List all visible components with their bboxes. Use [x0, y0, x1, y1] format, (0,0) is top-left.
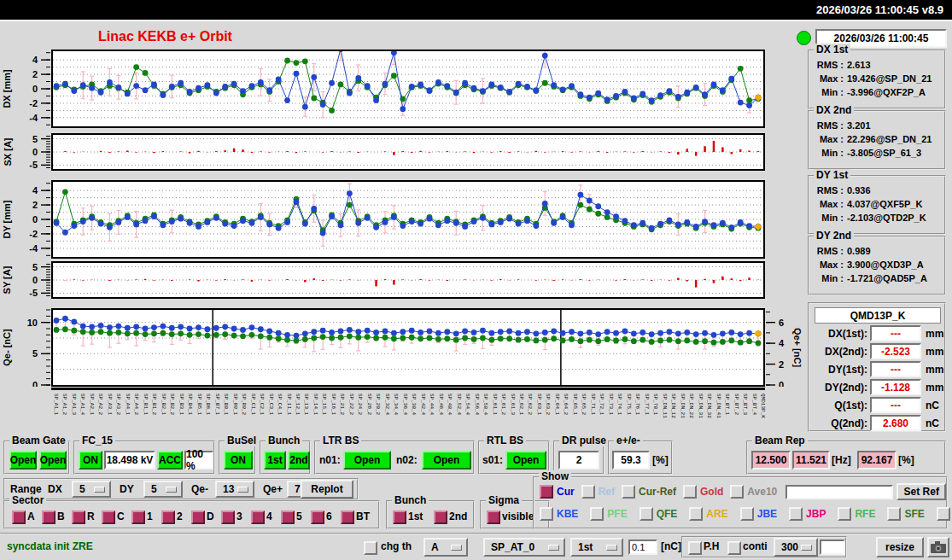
bunch-select[interactable]: 1st — [570, 538, 623, 557]
show-checkbox-gold[interactable] — [683, 485, 697, 499]
show-group: ShowCurRefCur-RefGoldAve10Set RefKBEPFEQ… — [533, 476, 948, 529]
fc15-acc-button[interactable]: ACC — [157, 451, 183, 470]
bpm-label: SP_46_4 — [438, 394, 443, 415]
threshold-input[interactable] — [628, 540, 657, 555]
bpm-label: SP_DN_12 — [670, 394, 675, 418]
show-checkbox-cur-ref[interactable] — [622, 485, 635, 499]
ph-checkbox[interactable] — [688, 541, 702, 555]
bunch-checkbox-2nd[interactable] — [434, 510, 447, 524]
sector-checkbox-BT[interactable] — [341, 510, 354, 524]
sector-label-A: A — [27, 510, 35, 522]
busel-on-button[interactable]: ON — [224, 451, 253, 470]
stat-value: 4.037@QXF5P_K — [847, 199, 922, 209]
beam-rep-value-2: 11.521 — [792, 451, 830, 470]
bunch-checkbox-1st[interactable] — [393, 510, 406, 524]
show-checkbox-jbe[interactable] — [740, 507, 754, 521]
bpm-label: SP_B6_1 — [205, 394, 210, 415]
replot-button[interactable]: Replot — [301, 480, 353, 499]
stat-row: Max :3.900@QXD3P_A — [813, 260, 941, 270]
range-value: 7 — [295, 483, 301, 495]
stat-label: RMS : — [813, 60, 844, 70]
stat-value: 2.613 — [847, 60, 871, 70]
show-checkbox-pfe[interactable] — [590, 507, 604, 521]
bpm-label: SP_48_4 — [447, 394, 452, 415]
show-checkbox-ref[interactable] — [581, 485, 595, 499]
show-checkbox-rfe[interactable] — [838, 507, 851, 521]
dr-pulse-group: DR pulse2 — [553, 440, 604, 475]
threshold-select[interactable]: A — [423, 538, 468, 557]
sector-label-2: 2 — [177, 510, 183, 522]
bpm-label: SP_21_2 — [339, 394, 344, 415]
sector-checkbox-2[interactable] — [161, 510, 175, 524]
monitor-row-value: --- — [870, 325, 921, 341]
monitor-row: DY(2nd):-1.128mm — [811, 378, 944, 396]
bunch-select-group-label: Bunch — [392, 494, 429, 506]
sector-checkbox-C[interactable] — [102, 510, 115, 524]
average-count-select[interactable]: 300 — [774, 538, 818, 557]
stat-value: -1.721@QAD5P_A — [847, 273, 927, 283]
show-checkbox-ave10[interactable] — [730, 485, 744, 499]
fc15-on-button[interactable]: ON — [79, 451, 102, 470]
show-checkbox-kbe[interactable] — [540, 507, 553, 521]
ltr-n01-open-button[interactable]: Open — [343, 451, 391, 470]
bpm-label: SP_64_1 — [554, 394, 559, 415]
sector-checkbox-1[interactable] — [131, 510, 145, 524]
monitor-row-unit: mm — [926, 382, 943, 394]
sector-checkbox-4[interactable] — [251, 510, 265, 524]
sp-at-select[interactable]: SP_AT_0 — [483, 538, 565, 557]
bunch-select-group: Bunch1st2nd — [386, 500, 475, 529]
range-DX-select[interactable]: 5 — [72, 481, 111, 498]
bpm-label: SP_A1_3 — [71, 394, 76, 415]
beam-gate-open-1[interactable]: Open — [9, 451, 37, 470]
sector-checkbox-6[interactable] — [311, 510, 324, 524]
beam-gate-open-2[interactable]: Open — [39, 451, 67, 470]
bpm-label: SP_DN_22 — [688, 394, 693, 418]
ratio-group: e+/e-59.3[%] — [608, 440, 673, 475]
status-led-icon — [797, 31, 811, 45]
svg-text:0: 0 — [779, 380, 784, 387]
show-group-label: Show — [539, 470, 571, 482]
show-checkbox-sfe[interactable] — [887, 507, 901, 521]
sector-checkbox-A[interactable] — [12, 510, 26, 524]
chg-th-checkbox[interactable] — [364, 541, 377, 555]
monitor-row-unit: mm — [926, 346, 943, 358]
show-checkbox-cur[interactable] — [540, 485, 553, 499]
show-checkbox-zre[interactable] — [937, 507, 950, 521]
extra-input[interactable] — [820, 540, 845, 555]
bunch-1st-button[interactable]: 1st — [264, 451, 286, 470]
sector-group: SectorABRC12D3456BT — [3, 500, 380, 529]
bpm-label: SP_77_1 — [644, 394, 649, 415]
bpm-label: SP_DN_32 — [706, 394, 711, 418]
range-Qe--select[interactable]: 13 — [215, 481, 254, 498]
show-checkbox-are[interactable] — [689, 507, 703, 521]
snapshot-button[interactable] — [927, 537, 949, 557]
ref-name-input[interactable] — [786, 485, 893, 499]
show-checkbox-jbp[interactable] — [789, 507, 803, 521]
sigma-checkbox-visible[interactable] — [487, 510, 500, 524]
rtl-s01-open-button[interactable]: Open — [505, 451, 546, 470]
sector-checkbox-D[interactable] — [191, 510, 205, 524]
conti-checkbox[interactable] — [727, 541, 741, 555]
sector-checkbox-3[interactable] — [221, 510, 235, 524]
monitor-row-value: -1.128 — [870, 379, 921, 395]
bpm-label: SP_A2_2 — [97, 394, 102, 415]
sector-checkbox-B[interactable] — [42, 510, 55, 524]
monitor-row-label: Q(1st): — [811, 400, 867, 411]
bpm-label: SP_44_4 — [429, 394, 434, 415]
fc15-group-label: FC_15 — [79, 435, 115, 446]
show-label-cur-ref: Cur-Ref — [639, 486, 676, 498]
ltr-n02-open-button[interactable]: Open — [422, 451, 471, 470]
plot-dy — [51, 180, 765, 259]
monitor-row-value: --- — [870, 361, 921, 377]
monitor-row-unit: nC — [926, 417, 939, 429]
resize-button[interactable]: resize — [876, 537, 924, 557]
range-DY-select[interactable]: 5 — [143, 481, 183, 498]
sector-checkbox-R[interactable] — [72, 510, 85, 524]
sector-checkbox-5[interactable] — [281, 510, 295, 524]
svg-text:2: 2 — [32, 69, 38, 79]
dropdown-indicator — [451, 545, 462, 551]
set-ref-button[interactable]: Set Ref — [897, 483, 946, 500]
bpm-label: SP_56_4 — [474, 394, 479, 415]
show-checkbox-qfe[interactable] — [640, 507, 653, 521]
bunch-2nd-button[interactable]: 2nd — [288, 451, 310, 470]
